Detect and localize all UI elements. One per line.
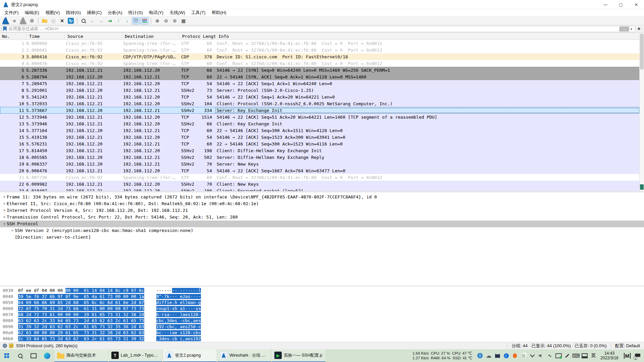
clock[interactable]: 14:43 2022/3/18 [598, 351, 621, 360]
ascii-bytes[interactable]: ,3des-cb c,aes192 [156, 336, 201, 342]
input-language-indicator[interactable]: 英 [589, 353, 598, 359]
wifi-icon[interactable] [528, 349, 537, 362]
expand-arrow-icon[interactable] [10, 234, 15, 241]
display-filter-input[interactable]: 应用显示过滤器 … <Ctrl-/> → ▾ [1, 26, 635, 32]
packet-row[interactable]: 16 5.576231 192.168.112.20 192.168.112.2… [0, 140, 639, 147]
ascii-bytes[interactable]: roup1-sh a1····ss [156, 306, 201, 312]
packet-row[interactable]: 7 5.289475 192.168.112.21 192.168.112.20… [0, 80, 639, 87]
colorize-icon[interactable] [141, 17, 149, 24]
toolbar-separator[interactable] [77, 18, 77, 24]
packet-row[interactable]: 10 5.372033 192.168.112.21 192.168.112.2… [0, 100, 639, 107]
menu-item[interactable]: 无线(W) [166, 9, 188, 16]
hex-row[interactable]: 00a0 62 63 00 00 00 29 61 65 73 31 32 38… [0, 330, 644, 336]
ascii-bytes[interactable]: h-rsa··· )aes128- [156, 312, 201, 318]
toolbar-separator[interactable] [151, 18, 151, 24]
hex-row[interactable]: 0040 39 5e f6 37 6b 9f 8f 9e 65 4a 61 73… [0, 294, 644, 300]
ascii-bytes[interactable]: 9^·7k··· eJas···· [156, 294, 201, 300]
packet-row[interactable]: 17 5.814450 192.168.112.21 192.168.112.2… [0, 147, 639, 154]
packet-row[interactable]: 2 2.000045 Cisco_ec:f6:92 Spanning-tree-… [0, 47, 639, 53]
expert-info-icon[interactable] [3, 344, 7, 348]
zoom-in-icon[interactable]: ⊕ [153, 17, 161, 24]
packet-row[interactable]: 3 3.800416 Cisco_ec:f6:92 CDP/VTP/DTP/PA… [0, 53, 639, 60]
clipboard-icon[interactable] [519, 349, 528, 362]
detail-line[interactable]: [Direction: server-to-client] [0, 234, 644, 241]
go-to-top-icon[interactable]: ↑ [114, 17, 122, 24]
detail-line[interactable]: > Frame 11: 334 bytes on wire (2672 bits… [0, 194, 644, 200]
go-to-packet-icon[interactable]: ⇥ [106, 17, 114, 24]
app-typora[interactable]: T Lab_1.md• - Typo… [109, 349, 162, 362]
hex-row[interactable]: 0050 64 69 66 66 69 65 2d 68 65 6c 6c 6d… [0, 300, 644, 306]
start-button[interactable] [0, 349, 13, 362]
netease-cat-icon[interactable] [493, 349, 502, 362]
close-file-icon[interactable]: ✕ [58, 17, 66, 24]
packet-row[interactable]: 22 6.009982 192.168.112.21 192.168.112.2… [0, 181, 639, 187]
capture-comment-icon[interactable] [9, 344, 13, 348]
firefox-icon[interactable] [511, 349, 519, 362]
menu-item[interactable]: 文件(F) [1, 9, 22, 16]
column-length[interactable]: Length [200, 34, 215, 39]
cloud-icon[interactable]: ☁ [484, 349, 493, 362]
go-to-bottom-icon[interactable]: ↓ [123, 17, 131, 24]
hex-bytes[interactable]: 62 63 00 00 00 29 61 65 73 31 32 38 2d 6… [18, 330, 144, 336]
menu-item[interactable]: 捕获(C) [84, 9, 105, 16]
profile-label[interactable]: 配置: Default [611, 343, 644, 349]
scrollbar-thumb[interactable] [640, 34, 644, 70]
menu-item[interactable]: 分析(A) [105, 9, 125, 16]
add-filter-button[interactable]: + [635, 26, 643, 32]
packet-row[interactable]: 6 5.288794 192.168.112.20 192.168.112.21… [0, 73, 639, 80]
column-source[interactable]: Source [64, 34, 122, 39]
packet-row[interactable]: 23 6.010407 192.168.112.21 192.168.112.2… [0, 187, 639, 191]
packet-row[interactable]: 19 6.006337 192.168.112.20 192.168.112.2… [0, 161, 639, 167]
save-file-icon[interactable]: ▤ [49, 17, 57, 24]
hex-bytes[interactable]: 39 5e f6 37 6b 9f 8f 9e 65 4a 61 73 00 0… [18, 294, 144, 300]
notification-center-icon[interactable]: 1 [633, 349, 642, 362]
bluetooth-icon[interactable]: ᛒ [502, 349, 511, 362]
hex-bytes[interactable]: 31 39 32 2d 63 62 63 2c 61 65 73 32 35 3… [18, 324, 144, 330]
zoom-original-icon[interactable]: ⊜ [171, 17, 179, 24]
close-button[interactable]: ✕ [629, 0, 644, 9]
expand-arrow-icon[interactable]: > [2, 200, 7, 207]
app-wireshark-2[interactable]: Wireshark · 分组 … [217, 349, 271, 362]
menu-item[interactable]: 统计(S) [125, 9, 146, 16]
edge-icon[interactable] [40, 349, 54, 362]
packet-row[interactable]: 18 6.005585 192.168.112.20 192.168.112.2… [0, 154, 639, 161]
go-back-icon[interactable]: ← [88, 17, 96, 24]
column-destination[interactable]: Destination [122, 34, 179, 39]
expand-arrow-icon[interactable]: > [2, 194, 7, 200]
restart-capture-icon[interactable] [19, 17, 27, 24]
zoom-out-icon[interactable]: ⊖ [162, 17, 170, 24]
tray-expand-icon[interactable] [580, 349, 589, 362]
hex-row[interactable]: 0060 72 6f 75 70 31 2d 73 68 61 31 00 00… [0, 306, 644, 312]
menu-item[interactable]: 电话(Y) [146, 9, 166, 16]
packet-row[interactable]: 14 5.377164 192.168.112.20 192.168.112.2… [0, 127, 639, 134]
ascii-bytes[interactable]: bc···)ae s128-cbc [156, 330, 201, 336]
hex-row[interactable]: 0080 63 62 63 2c 33 64 65 73 2d 63 62 63… [0, 318, 644, 324]
packet-row[interactable]: 4 4.000076 Cisco_ec:f6:92 Spanning-tree-… [0, 60, 639, 67]
ascii-bytes[interactable]: 192-cbc, aes256-c [156, 324, 201, 330]
go-forward-icon[interactable]: → [97, 17, 105, 24]
menu-item[interactable]: 视图(V) [42, 9, 63, 16]
maximize-button[interactable]: ▢ [613, 0, 629, 9]
packet-row[interactable]: 1 0.000000 Cisco_ec:f6:92 Spanning-tree-… [0, 40, 639, 47]
ascii-bytes[interactable]: cbc,3des -cbc,aes [156, 318, 201, 324]
minimize-button[interactable]: — [598, 0, 613, 9]
hex-bytes[interactable]: 68 2d 72 73 61 00 00 00 29 61 65 73 31 3… [18, 312, 144, 318]
find-packet-icon[interactable] [79, 17, 88, 24]
menu-item[interactable]: 跳转(G) [63, 9, 84, 16]
packet-row[interactable]: 5 5.287336 192.168.112.21 192.168.112.20… [0, 67, 639, 73]
pen-icon[interactable] [563, 349, 572, 362]
expand-arrow-icon[interactable]: > [10, 227, 15, 234]
hex-row[interactable]: 0090 31 39 32 2d 63 62 63 2c 61 65 73 32… [0, 324, 644, 330]
reload-icon[interactable]: ↻ [68, 18, 74, 24]
auto-scroll-icon[interactable] [132, 17, 140, 24]
expand-arrow-icon[interactable]: > [2, 207, 7, 214]
ascii-bytes[interactable]: diffie-h ellman-g [156, 300, 201, 306]
filter-dropdown-icon[interactable]: ▾ [631, 27, 632, 31]
menu-item[interactable]: 编辑(E) [22, 9, 42, 16]
column-no[interactable]: No. [0, 34, 26, 39]
start-capture-icon[interactable] [2, 17, 10, 24]
hex-row[interactable]: 0030 0f ee df 04 00 00 00 00 01 14 04 14… [0, 288, 644, 294]
detail-line[interactable]: > Internet Protocol Version 4, Src: 192.… [0, 207, 644, 214]
expand-arrow-icon[interactable]: > [2, 214, 7, 221]
detail-line[interactable]: > Ethernet II, Src: Cisco_ec:f6:80 (00:0… [0, 200, 644, 207]
